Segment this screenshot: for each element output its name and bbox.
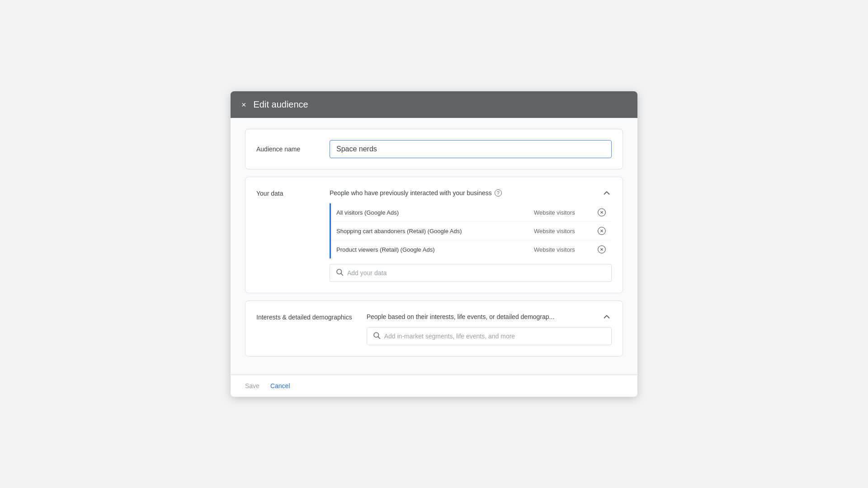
data-item-type-3: Website visitors	[534, 246, 597, 253]
close-button[interactable]: ×	[241, 101, 246, 109]
remove-item-3-icon[interactable]	[597, 245, 606, 254]
your-data-section: Your data People who have previously int…	[245, 177, 623, 293]
interests-label: Interests & detailed demographics	[256, 312, 352, 345]
data-item-name-1: All visitors (Google Ads)	[336, 209, 534, 216]
svg-line-12	[378, 337, 380, 338]
cancel-button[interactable]: Cancel	[270, 382, 290, 389]
add-your-data-search[interactable]	[330, 264, 612, 282]
data-item-type-1: Website visitors	[534, 209, 597, 216]
interests-collapse-icon[interactable]	[602, 312, 612, 322]
add-your-data-input[interactable]	[347, 269, 606, 277]
remove-item-1-icon[interactable]	[597, 208, 606, 217]
dialog-footer: Save Cancel	[231, 375, 637, 397]
interests-description: People based on their interests, life ev…	[367, 313, 555, 320]
interests-layout: Interests & detailed demographics People…	[256, 312, 612, 345]
data-item-name-2: Shopping cart abandoners (Retail) (Googl…	[336, 228, 534, 235]
help-icon[interactable]: ?	[495, 189, 502, 197]
svg-line-10	[341, 273, 343, 275]
dialog-title: Edit audience	[254, 99, 308, 110]
remove-item-2-icon[interactable]	[597, 226, 606, 235]
data-item-name-3: Product viewers (Retail) (Google Ads)	[336, 246, 534, 253]
interests-search-icon	[373, 331, 381, 341]
interests-section: Interests & detailed demographics People…	[245, 300, 623, 357]
your-data-label: Your data	[256, 188, 315, 282]
your-data-content: People who have previously interacted wi…	[330, 188, 612, 282]
audience-name-section: Audience name	[245, 129, 623, 169]
audience-name-row: Audience name	[256, 140, 612, 158]
your-data-collapse-icon[interactable]	[602, 188, 612, 198]
interests-header-row: People based on their interests, life ev…	[367, 312, 612, 322]
audience-name-input[interactable]	[330, 140, 612, 158]
your-data-header-row: People who have previously interacted wi…	[330, 188, 612, 198]
your-data-list: All visitors (Google Ads) Website visito…	[330, 203, 612, 258]
audience-name-label: Audience name	[256, 145, 315, 153]
add-interests-input[interactable]	[384, 333, 606, 340]
dialog-header: × Edit audience	[231, 91, 637, 118]
data-item-type-2: Website visitors	[534, 228, 597, 235]
interests-content: People based on their interests, life ev…	[367, 312, 612, 345]
table-row: All visitors (Google Ads) Website visito…	[331, 203, 612, 222]
your-data-layout: Your data People who have previously int…	[256, 188, 612, 282]
search-icon	[335, 268, 344, 278]
dialog-body: Audience name Your data People who have …	[231, 118, 637, 375]
table-row: Product viewers (Retail) (Google Ads) We…	[331, 240, 612, 258]
your-data-description: People who have previously interacted wi…	[330, 189, 502, 197]
add-interests-search[interactable]	[367, 327, 612, 345]
edit-audience-dialog: × Edit audience Audience name Your data …	[231, 91, 637, 397]
table-row: Shopping cart abandoners (Retail) (Googl…	[331, 222, 612, 240]
save-button[interactable]: Save	[245, 382, 259, 389]
